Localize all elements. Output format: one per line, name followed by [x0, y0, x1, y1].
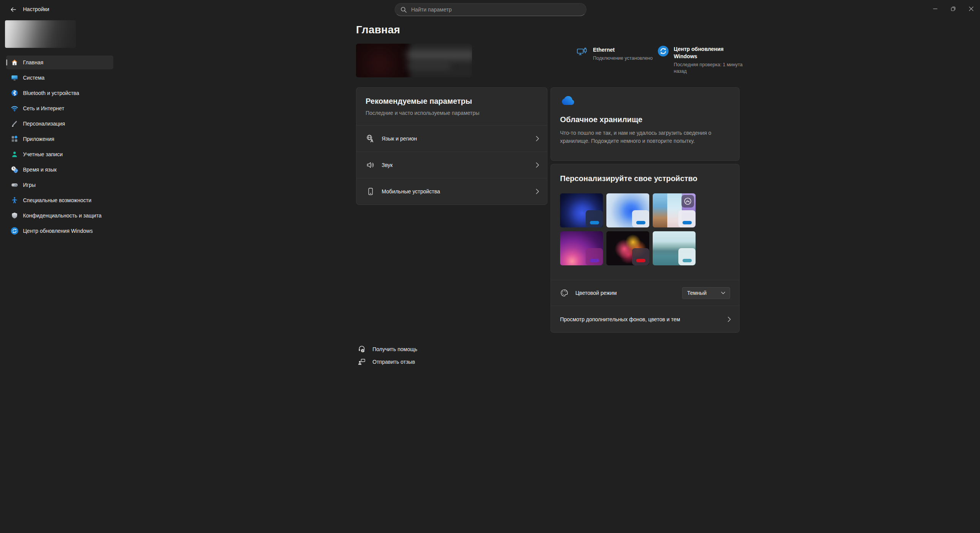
color-mode-dropdown[interactable]: Темный: [682, 287, 730, 299]
theme-preview-tile: [678, 248, 696, 265]
sidebar-item-gaming[interactable]: Игры: [6, 178, 113, 192]
sidebar-item-network[interactable]: Сеть и Интернет: [6, 101, 113, 115]
footer-links: ? Получить помощь Отправить отзыв: [356, 343, 740, 368]
sidebar-item-bluetooth[interactable]: Bluetooth и устройства: [6, 86, 113, 100]
search-input[interactable]: [411, 7, 581, 13]
recommended-subtitle: Последние и часто используемые параметры: [366, 110, 538, 116]
theme-preview-tile: [678, 210, 696, 227]
theme-lake-landscape[interactable]: [653, 231, 696, 265]
windows-update-text: Центр обновления Windows Последняя прове…: [674, 46, 740, 75]
row-sound[interactable]: Звук: [356, 152, 547, 178]
display-icon: [11, 74, 18, 82]
browse-themes-row[interactable]: Просмотр дополнительных фонов, цветов и …: [551, 306, 739, 332]
svg-text:?: ?: [362, 349, 364, 352]
feedback-icon: [358, 358, 366, 366]
theme-windows-dark-bloom[interactable]: [560, 193, 603, 227]
theme-spotlight-collage[interactable]: [653, 193, 696, 227]
palette-icon: [560, 289, 568, 297]
brush-icon: [11, 120, 18, 128]
sidebar-nav: Главная Система: [6, 56, 113, 239]
selected-indicator: [6, 59, 7, 65]
ethernet-icon: [576, 46, 588, 62]
ethernet-status[interactable]: Ethernet Подключение установлено: [576, 46, 653, 62]
spotlight-badge-icon: [681, 195, 694, 208]
theme-accent-pill: [683, 221, 692, 224]
color-mode-label: Цветовой режим: [575, 290, 617, 296]
sidebar-item-label: Конфиденциальность и защита: [23, 213, 101, 219]
back-button[interactable]: [5, 3, 21, 16]
search-icon: [400, 7, 407, 13]
browse-themes-label: Просмотр дополнительных фонов, цветов и …: [560, 316, 727, 322]
collage-strip-beach: [653, 193, 667, 227]
cloud-storage-title: Облачное хранилище: [560, 114, 730, 124]
theme-purple-glow[interactable]: [560, 231, 603, 265]
row-mobile-devices[interactable]: Мобильные устройства: [356, 178, 547, 204]
row-label: Звук: [382, 162, 529, 168]
theme-preview-tile: [586, 210, 603, 227]
ethernet-text: Ethernet Подключение установлено: [593, 46, 653, 62]
update-icon: [11, 227, 18, 235]
language-icon: [366, 134, 375, 143]
user-profile-blurred[interactable]: [5, 20, 76, 48]
theme-accent-pill: [590, 259, 599, 262]
sidebar-item-windows-update[interactable]: Центр обновления Windows: [6, 224, 113, 238]
theme-gallery: [560, 193, 730, 280]
chevron-right-icon: [727, 316, 731, 322]
color-mode-value: Темный: [687, 290, 707, 296]
home-icon: [11, 59, 18, 66]
phone-icon: [366, 187, 375, 196]
row-language-region[interactable]: Язык и регион: [356, 125, 547, 152]
main-content: Главная Ethernet Подключение установлено: [356, 18, 740, 368]
minimize-button[interactable]: [926, 0, 944, 17]
chevron-right-icon: [536, 188, 539, 195]
windows-update-title: Центр обновления Windows: [674, 46, 740, 60]
avatar-blur-gradient: [5, 20, 76, 48]
personalization-title: Персонализируйте свое устройство: [560, 173, 730, 183]
search-box[interactable]: [395, 3, 586, 16]
theme-preview-tile: [632, 210, 649, 227]
device-image-blurred: [356, 44, 410, 77]
device-blur-bg: [401, 44, 472, 77]
sidebar-item-label: Персонализация: [23, 121, 65, 127]
row-label: Язык и регион: [382, 136, 529, 142]
sidebar-item-label: Учетные записи: [23, 151, 63, 157]
sidebar-item-apps[interactable]: Приложения: [6, 132, 113, 146]
row-label: Мобильные устройства: [382, 188, 529, 195]
device-status-strip: Ethernet Подключение установлено Центр о…: [356, 44, 740, 77]
close-button[interactable]: [962, 0, 980, 17]
wifi-icon: [11, 105, 18, 112]
personalization-card: Персонализируйте свое устройство: [550, 164, 740, 333]
send-feedback-link[interactable]: Отправить отзыв: [358, 355, 415, 368]
ethernet-subtitle: Подключение установлено: [593, 55, 653, 62]
theme-accent-pill: [636, 221, 645, 224]
recommended-title: Рекомендуемые параметры: [366, 96, 538, 106]
sidebar-item-privacy[interactable]: Конфиденциальность и защита: [6, 209, 113, 222]
sidebar-item-accounts[interactable]: Учетные записи: [6, 147, 113, 161]
windows-update-subtitle: Последняя проверка: 1 минута назад: [674, 62, 745, 75]
clock-globe-icon: [11, 166, 18, 173]
sidebar-item-accessibility[interactable]: Специальные возможности: [6, 193, 113, 207]
get-help-link[interactable]: ? Получить помощь: [358, 343, 417, 355]
theme-flower-dark[interactable]: [606, 231, 649, 265]
sidebar-item-personalization[interactable]: Персонализация: [6, 117, 113, 131]
windows-update-icon: [658, 46, 669, 75]
windows-update-status[interactable]: Центр обновления Windows Последняя прове…: [658, 46, 740, 75]
theme-preview-tile: [632, 248, 649, 265]
restore-button[interactable]: [944, 0, 962, 17]
sidebar-item-label: Сеть и Интернет: [23, 105, 64, 111]
chevron-right-icon: [536, 162, 539, 168]
sidebar-item-label: Время и язык: [23, 167, 57, 173]
theme-windows-light-bloom[interactable]: [606, 193, 649, 227]
sidebar-item-system[interactable]: Система: [6, 71, 113, 85]
bluetooth-icon: [11, 89, 18, 97]
gamepad-icon: [11, 181, 18, 189]
onedrive-icon: [560, 96, 730, 106]
device-name-blurred: [407, 51, 472, 59]
recommended-settings-card: Рекомендуемые параметры Последние и част…: [356, 87, 547, 205]
accessibility-icon: [11, 196, 18, 204]
device-info-blurred[interactable]: [356, 44, 472, 77]
sidebar-item-label: Bluetooth и устройства: [23, 90, 79, 96]
sidebar-item-home[interactable]: Главная: [6, 56, 113, 69]
personalization-header: Персонализируйте свое устройство: [551, 164, 739, 183]
sidebar-item-time-language[interactable]: Время и язык: [6, 163, 113, 177]
